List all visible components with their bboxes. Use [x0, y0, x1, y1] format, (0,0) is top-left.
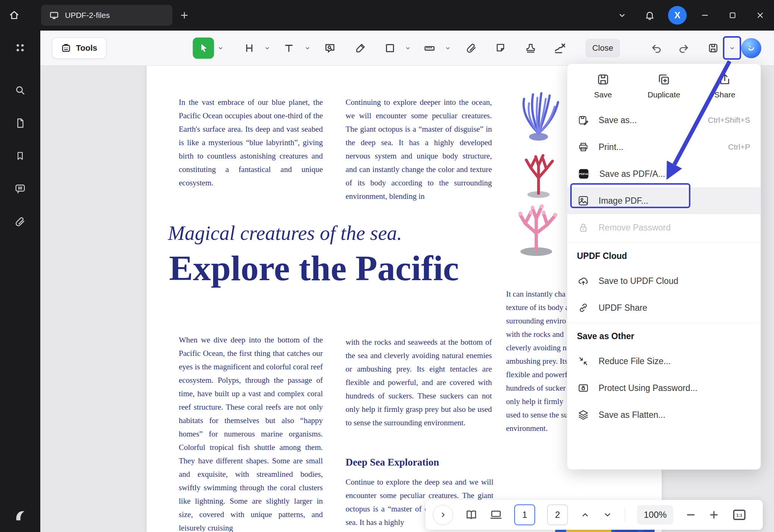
book-icon [465, 508, 478, 521]
menu-item-save-as-flatten[interactable]: Save as Flatten... [567, 401, 761, 428]
chevron-down-icon [264, 45, 271, 51]
shape-tool-dropdown[interactable] [405, 45, 411, 51]
expand-nav-button[interactable] [433, 505, 453, 525]
shortcut-print: Ctrl+P [728, 143, 750, 151]
home-button[interactable] [0, 0, 28, 31]
total-pages-box: 2 [547, 504, 568, 525]
pen-tool-button[interactable] [355, 43, 366, 54]
menu-item-save-to-updf-cloud[interactable]: Save to UPDF Cloud [567, 267, 761, 294]
paragraph-col1-bottom: When we dive deep into the bottom of the… [179, 333, 323, 532]
menu-duplicate-label: Duplicate [647, 90, 680, 99]
measure-tool-dropdown[interactable] [444, 45, 451, 51]
plus-icon [180, 10, 189, 20]
redo-button[interactable] [678, 43, 689, 54]
save-icon [596, 73, 610, 86]
measure-tool-button[interactable] [424, 42, 436, 54]
save-options-menu: Save Duplicate Share Save as... Ctrl+Shi… [567, 63, 761, 470]
menu-item-save-as-pdfa[interactable]: PDF/A Save as PDF/A... [567, 160, 761, 187]
laptop-icon [490, 508, 502, 521]
slideshow-mode-button[interactable] [490, 508, 502, 521]
text-tool-dropdown[interactable] [304, 45, 311, 51]
paperclip-icon [15, 216, 26, 227]
close-window-button[interactable] [746, 0, 774, 31]
menu-item-protect-using-password[interactable]: Protect Using Password... [567, 375, 761, 401]
maximize-icon [728, 11, 737, 20]
menu-save-action[interactable]: Save [572, 73, 633, 99]
menu-section-updf-cloud: UPDF Cloud [567, 244, 761, 267]
edit-tool-button[interactable] [244, 43, 255, 54]
document-tab[interactable]: UPDF-2-files [41, 5, 172, 26]
sticker-tool-button[interactable] [495, 43, 506, 54]
comment-search-icon [324, 42, 336, 54]
menu-item-remove-password: Remove Password [567, 214, 761, 241]
save-icon [708, 43, 719, 54]
maximize-button[interactable] [719, 0, 746, 31]
menu-item-label: Image PDF... [599, 196, 648, 206]
minimize-button[interactable] [691, 0, 719, 31]
undo-button[interactable] [651, 43, 662, 54]
menu-item-image-pdf[interactable]: Image PDF... [567, 187, 761, 214]
sidebar-search-button[interactable] [0, 74, 40, 107]
sea-anemone-image [511, 89, 567, 142]
shape-tool-button[interactable] [384, 43, 396, 54]
sidebar-bookmarks-button[interactable] [0, 140, 40, 172]
attach-tool-button[interactable] [466, 43, 477, 54]
menu-item-reduce-file-size[interactable]: Reduce File Size... [567, 348, 761, 375]
sidebar-apps-button[interactable] [0, 31, 40, 64]
tabs-dropdown-button[interactable] [608, 0, 636, 31]
menu-share-action[interactable]: Share [695, 73, 755, 99]
sidebar-comments-button[interactable] [0, 172, 40, 205]
save-button[interactable] [708, 43, 719, 54]
svg-text:PDF/A: PDF/A [579, 172, 588, 176]
tools-label: Tools [76, 43, 97, 53]
menu-item-print[interactable]: Print... Ctrl+P [567, 134, 761, 160]
save-as-icon [578, 115, 589, 126]
menu-duplicate-action[interactable]: Duplicate [633, 73, 694, 99]
paragraph-col2-mid: with the rocks and seaweeds at the botto… [346, 335, 492, 429]
current-page-input[interactable]: 1 [514, 504, 535, 525]
menu-item-label: Remove Password [599, 223, 671, 233]
menu-item-save-as[interactable]: Save as... Ctrl+Shift+S [567, 107, 761, 134]
text-tool-button[interactable] [283, 43, 294, 54]
zoom-out-button[interactable] [685, 509, 696, 520]
search-icon [15, 85, 26, 96]
sidebar-attachments-button[interactable] [0, 205, 40, 238]
menu-item-updf-share[interactable]: UPDF Share [567, 294, 761, 321]
zoom-in-button[interactable] [708, 509, 720, 520]
account-button[interactable]: X [664, 0, 691, 31]
select-tool-dropdown[interactable] [217, 45, 224, 51]
tools-button[interactable]: Tools [52, 37, 106, 59]
select-tool-button[interactable] [193, 37, 214, 59]
page-thumbnails-icon [15, 118, 26, 129]
cursor-icon [198, 43, 209, 53]
notifications-button[interactable] [636, 0, 664, 31]
avatar: X [668, 6, 687, 25]
signature-tool-button[interactable] [554, 42, 567, 54]
zoom-level[interactable]: 100% [637, 505, 673, 525]
edit-tool-dropdown[interactable] [264, 45, 271, 51]
ai-assistant-button[interactable] [741, 38, 761, 58]
sidebar-pages-button[interactable] [0, 107, 40, 140]
redo-icon [678, 43, 689, 54]
menu-item-label: Save as PDF/A... [599, 169, 665, 179]
chevron-down-icon [729, 45, 736, 51]
save-options-dropdown[interactable] [729, 45, 736, 51]
new-tab-button[interactable] [172, 0, 196, 31]
next-page-button[interactable] [602, 510, 613, 520]
tools-icon [61, 43, 71, 53]
pen-icon [355, 43, 366, 54]
stamp-tool-button[interactable] [525, 43, 536, 54]
comment-panel-icon [15, 183, 26, 194]
actual-size-button[interactable]: 1:1 [731, 507, 747, 523]
left-sidebar [0, 31, 40, 532]
undo-icon [651, 43, 662, 54]
chevron-down-icon [217, 45, 224, 51]
comment-tool-button[interactable] [324, 42, 336, 54]
reading-mode-button[interactable] [465, 508, 478, 521]
minus-icon [685, 509, 696, 520]
menu-quick-actions: Save Duplicate Share [567, 69, 761, 107]
previous-page-button[interactable] [580, 510, 590, 520]
close-edit-button[interactable]: Close [586, 39, 620, 57]
duplicate-icon [657, 73, 671, 86]
menu-save-label: Save [594, 90, 612, 99]
